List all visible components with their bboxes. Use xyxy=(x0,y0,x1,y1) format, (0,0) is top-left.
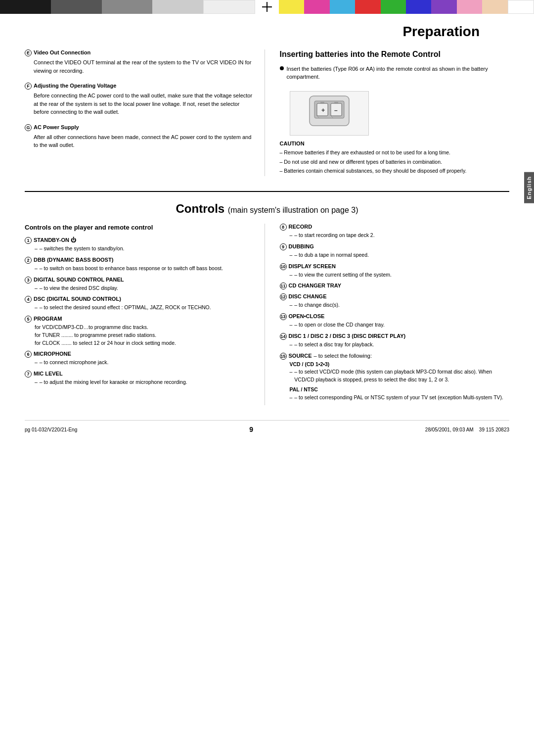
footer-page-num: 9 xyxy=(249,425,253,433)
num-4: 4 xyxy=(25,296,32,303)
footer-right: 28/05/2001, 09:03 AM 39 115 20823 xyxy=(425,427,509,432)
swatch-blue xyxy=(406,0,431,14)
control-dbb: 2 DBB (DYNAMIC BASS BOOST) –– to switch … xyxy=(25,257,255,273)
caution-item-3: – Batteries contain chemical substances,… xyxy=(280,167,510,175)
controls-title: Controls (main system's illustration on … xyxy=(25,202,509,216)
control-source-header: 15 SOURCE – to select the following: xyxy=(280,353,510,360)
num-2: 2 xyxy=(25,257,32,264)
disc-play-desc: –– to select a disc tray for playback. xyxy=(280,341,510,349)
svg-text:+: + xyxy=(321,107,325,114)
swatch-lightgray xyxy=(152,0,203,14)
swatch-black xyxy=(0,0,51,14)
top-content: E Video Out Connection Connect the VIDEO… xyxy=(25,49,509,176)
batteries-bullet: Insert the batteries (Type R06 or AA) in… xyxy=(280,65,510,86)
batteries-body: Insert the batteries (Type R06 or AA) in… xyxy=(287,65,510,81)
control-disc-change: 12 DISC CHANGE –– to change disc(s). xyxy=(280,293,510,309)
control-disc-play: 14 DISC 1 / DISC 2 / DISC 3 (DISC DIRECT… xyxy=(280,333,510,349)
right-column: Inserting batteries into the Remote Cont… xyxy=(280,49,510,176)
top-color-bar xyxy=(0,0,534,14)
caution-body: – Remove batteries if they are exhausted… xyxy=(280,148,510,175)
control-open-close: 13 OPEN•CLOSE –– to open or close the CD… xyxy=(280,313,510,329)
swatch-skin xyxy=(482,0,507,14)
video-out-body: Connect the VIDEO OUT terminal at the re… xyxy=(25,58,255,75)
page-title: Preparation xyxy=(25,24,509,40)
num-15: 15 xyxy=(280,353,287,360)
source-suffix: – to select the following: xyxy=(314,353,372,359)
voltage-body: Before connecting the AC power cord to t… xyxy=(25,92,255,116)
cd-tray-label: CD CHANGER TRAY xyxy=(289,283,342,288)
controls-content: Controls on the player and remote contro… xyxy=(25,224,509,405)
caution-box: CAUTION – Remove batteries if they are e… xyxy=(280,141,510,175)
batteries-title: Inserting batteries into the Remote Cont… xyxy=(280,49,510,60)
left-column: E Video Out Connection Connect the VIDEO… xyxy=(25,49,265,176)
num-1: 1 xyxy=(25,237,32,244)
control-dubbing: 9 DUBBING –– to dub a tape in normal spe… xyxy=(280,243,510,259)
footer-left: pg 01-032/V220/21-Eng xyxy=(25,427,77,432)
control-cd-tray: 11 CD CHANGER TRAY xyxy=(280,283,510,289)
control-disc-change-header: 12 DISC CHANGE xyxy=(280,293,510,300)
swatch-cyan xyxy=(330,0,355,14)
vcd-label: VCD / (CD 1•2•3) xyxy=(290,361,510,369)
page-content: English Preparation E Video Out Connecti… xyxy=(0,14,534,443)
controls-right: 8 RECORD –– to start recording on tape d… xyxy=(280,224,510,405)
pal-ntsc-desc: – – to select corresponding PAL or NTSC … xyxy=(290,394,510,402)
voltage-title: F Adjusting the Operating Voltage xyxy=(25,83,255,90)
language-tab: English xyxy=(524,172,534,203)
control-mic-level: 7 MIC LEVEL –– to adjust the mixing leve… xyxy=(25,371,255,386)
control-open-close-header: 13 OPEN•CLOSE xyxy=(280,313,510,320)
control-mic-level-header: 7 MIC LEVEL xyxy=(25,371,255,378)
control-dsc-header: 4 DSC (DIGITAL SOUND CONTROL) xyxy=(25,296,255,303)
ac-power-section: G AC Power Supply After all other connec… xyxy=(25,124,255,149)
pal-ntsc-label: PAL / NTSC xyxy=(290,386,510,394)
num-10: 10 xyxy=(280,263,287,270)
program-label: PROGRAM xyxy=(34,316,62,322)
display-label: DISPLAY SCREEN xyxy=(289,263,336,269)
voltage-section: F Adjusting the Operating Voltage Before… xyxy=(25,83,255,116)
control-standby-header: 1 STANDBY-ON ⏻ xyxy=(25,237,255,244)
caution-item-2: – Do not use old and new or different ty… xyxy=(280,158,510,166)
control-dsc-panel-header: 3 DIGITAL SOUND CONTROL PANEL xyxy=(25,277,255,284)
swatch-purple xyxy=(431,0,456,14)
standby-desc: –– switches the system to standby/on. xyxy=(25,245,255,253)
dsc-label: DSC (DIGITAL SOUND CONTROL) xyxy=(34,296,121,302)
num-3: 3 xyxy=(25,277,32,284)
dubbing-label: DUBBING xyxy=(289,243,314,249)
section-divider xyxy=(25,191,509,192)
swatch-darkgray xyxy=(51,0,102,14)
control-dubbing-header: 9 DUBBING xyxy=(280,243,510,250)
dsc-desc: –– to select the desired sound effect : … xyxy=(25,304,255,312)
video-out-title: E Video Out Connection xyxy=(25,49,255,56)
bullet-icon xyxy=(280,66,284,70)
source-label: SOURCE xyxy=(289,353,312,359)
control-record-header: 8 RECORD xyxy=(280,224,510,231)
control-dsc: 4 DSC (DIGITAL SOUND CONTROL) –– to sele… xyxy=(25,296,255,312)
control-program: 5 PROGRAM for VCD/CD/MP3-CD…to programme… xyxy=(25,316,255,347)
control-program-header: 5 PROGRAM xyxy=(25,316,255,323)
open-close-desc: –– to open or close the CD changer tray. xyxy=(280,321,510,329)
record-label: RECORD xyxy=(289,224,312,230)
mic-level-desc: –– to adjust the mixing level for karaok… xyxy=(25,378,255,386)
letter-g: G xyxy=(25,124,32,131)
num-8: 8 xyxy=(280,224,287,231)
standby-label: STANDBY-ON ⏻ xyxy=(34,237,76,243)
mic-desc: –– to connect microphone jack. xyxy=(25,359,255,367)
record-desc: –– to start recording on tape deck 2. xyxy=(280,232,510,239)
control-display-header: 10 DISPLAY SCREEN xyxy=(280,263,510,270)
dbb-label: DBB (DYNAMIC BASS BOOST) xyxy=(34,257,113,263)
video-out-section: E Video Out Connection Connect the VIDEO… xyxy=(25,49,255,75)
caution-item-1: – Remove batteries if they are exhausted… xyxy=(280,148,510,157)
letter-e: E xyxy=(25,49,32,56)
page-footer: pg 01-032/V220/21-Eng 9 28/05/2001, 09:0… xyxy=(25,420,509,433)
control-standby: 1 STANDBY-ON ⏻ –– switches the system to… xyxy=(25,237,255,253)
dubbing-desc: –– to dub a tape in normal speed. xyxy=(280,251,510,259)
num-6: 6 xyxy=(25,351,32,358)
caution-title: CAUTION xyxy=(280,141,510,146)
num-9: 9 xyxy=(280,243,287,250)
control-mic-header: 6 MICROPHONE xyxy=(25,351,255,358)
swatch-pink xyxy=(457,0,482,14)
swatch-magenta xyxy=(304,0,329,14)
letter-f: F xyxy=(25,83,32,90)
num-12: 12 xyxy=(280,293,287,300)
swatch-white2 xyxy=(508,0,534,14)
battery-svg: + – xyxy=(295,94,364,133)
